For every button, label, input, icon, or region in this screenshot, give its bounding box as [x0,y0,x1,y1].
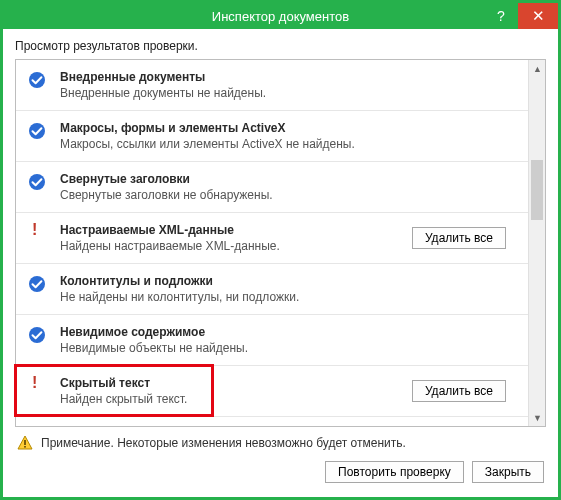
titlebar: Инспектор документов ? ✕ [3,3,558,29]
intro-text: Просмотр результатов проверки. [15,39,546,53]
scroll-thumb[interactable] [531,160,543,220]
result-section: Невидимое содержимоеНевидимые объекты не… [16,315,528,366]
section-title: Скрытый текст [60,376,412,390]
check-ok-icon [28,122,46,140]
dialog-window: Инспектор документов ? ✕ Просмотр резуль… [0,0,561,500]
result-section: Макросы, формы и элементы ActiveXМакросы… [16,111,528,162]
scroll-down-arrow[interactable]: ▼ [529,409,546,426]
section-description: Найден скрытый текст. [60,392,412,406]
section-title: Невидимое содержимое [60,325,506,339]
check-ok-icon [28,173,46,191]
scroll-up-arrow[interactable]: ▲ [529,60,546,77]
result-section: Свернутые заголовкиСвернутые заголовки н… [16,162,528,213]
help-button[interactable]: ? [484,3,518,29]
close-window-button[interactable]: ✕ [518,3,558,29]
section-title: Внедренные документы [60,70,506,84]
section-description: Не найдены ни колонтитулы, ни подложки. [60,290,506,304]
svg-point-2 [29,174,45,190]
check-ok-icon [28,71,46,89]
reinspect-button[interactable]: Повторить проверку [325,461,464,483]
svg-point-0 [29,72,45,88]
warning-triangle-icon [17,435,33,451]
result-section: Колонтитулы и подложкиНе найдены ни коло… [16,264,528,315]
dialog-title: Инспектор документов [3,9,558,24]
result-section: Внедренные документыВнедренные документы… [16,60,528,111]
section-action: Удалить все [412,380,506,402]
section-title: Колонтитулы и подложки [60,274,506,288]
note-text: Примечание. Некоторые изменения невозмож… [41,436,406,450]
check-ok-icon [28,275,46,293]
svg-rect-5 [24,440,26,445]
section-body: Макросы, формы и элементы ActiveXМакросы… [60,121,506,151]
section-body: Настраиваемые XML-данныеНайдены настраив… [60,223,412,253]
section-body: Колонтитулы и подложкиНе найдены ни коло… [60,274,506,304]
dialog-footer: Повторить проверку Закрыть [15,457,546,487]
section-description: Внедренные документы не найдены. [60,86,506,100]
svg-point-4 [29,327,45,343]
dialog-body: Просмотр результатов проверки. Внедренны… [3,29,558,497]
svg-point-3 [29,276,45,292]
section-title: Свернутые заголовки [60,172,506,186]
section-title: Настраиваемые XML-данные [60,223,412,237]
close-button[interactable]: Закрыть [472,461,544,483]
section-body: Внедренные документыВнедренные документы… [60,70,506,100]
exclamation-icon: ! [32,221,37,239]
section-description: Найдены настраиваемые XML-данные. [60,239,412,253]
result-section: !Настраиваемые XML-данныеНайдены настраи… [16,213,528,264]
section-action: Удалить все [412,227,506,249]
result-section: !Скрытый текстНайден скрытый текст.Удали… [16,366,528,417]
svg-rect-6 [24,446,26,448]
section-body: Невидимое содержимоеНевидимые объекты не… [60,325,506,355]
section-description: Свернутые заголовки не обнаружены. [60,188,506,202]
section-title: Макросы, формы и элементы ActiveX [60,121,506,135]
check-ok-icon [28,326,46,344]
section-description: Невидимые объекты не найдены. [60,341,506,355]
note-row: Примечание. Некоторые изменения невозмож… [15,427,546,457]
section-body: Скрытый текстНайден скрытый текст. [60,376,412,406]
results-panel: Внедренные документыВнедренные документы… [15,59,546,427]
scrollbar[interactable]: ▲ ▼ [528,60,545,426]
section-body: Свернутые заголовкиСвернутые заголовки н… [60,172,506,202]
remove-all-button[interactable]: Удалить все [412,227,506,249]
svg-point-1 [29,123,45,139]
remove-all-button[interactable]: Удалить все [412,380,506,402]
titlebar-controls: ? ✕ [484,3,558,29]
exclamation-icon: ! [32,374,37,392]
section-description: Макросы, ссылки или элементы ActiveX не … [60,137,506,151]
results-list: Внедренные документыВнедренные документы… [16,60,545,426]
